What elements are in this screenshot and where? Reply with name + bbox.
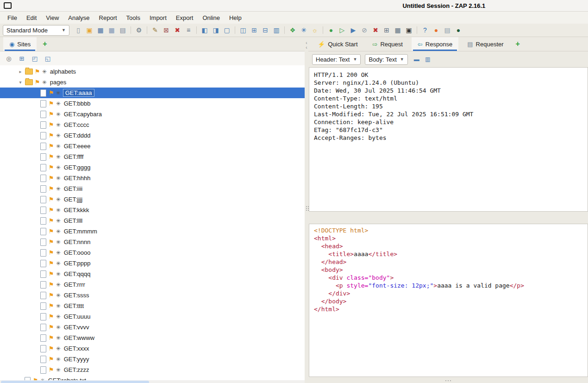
layout-full-button[interactable]: ▢ — [222, 25, 232, 35]
tree-item-get-iiii[interactable]: ⚑✳GET:iiii — [0, 183, 305, 194]
table-button[interactable]: ▦ — [393, 25, 403, 35]
tree-item-get-wwww[interactable]: ⚑✳GET:wwww — [0, 333, 305, 343]
header-view-select[interactable]: Header: Text ▼ — [312, 54, 361, 65]
tree-item-get-gggg[interactable]: ⚑✳GET:gggg — [0, 162, 305, 173]
layout-left-button[interactable]: ◧ — [200, 25, 210, 35]
tab-requester[interactable]: ▤Requester — [461, 37, 509, 51]
splitter-grip[interactable] — [445, 380, 446, 381]
tree-item-get-jjjj[interactable]: ⚑✳GET:jjjj — [0, 194, 305, 205]
tree-item-get-yyyy[interactable]: ⚑✳GET:yyyy — [0, 354, 305, 364]
screenshot-button[interactable]: ▣ — [404, 25, 414, 35]
tree-item-get-tttt[interactable]: ⚑✳GET:tttt — [0, 301, 305, 311]
panel-grid-button[interactable]: ⊞ — [249, 25, 259, 35]
tree-item-get-bbbb[interactable]: ⚑✳GET:bbbb — [0, 98, 305, 109]
break-delete-button[interactable]: ✖ — [370, 25, 381, 35]
tree-item-get-eeee[interactable]: ⚑✳GET:eeee — [0, 141, 305, 151]
tree-item-get-oooo[interactable]: ⚑✳GET:oooo — [0, 247, 305, 258]
target-scope-button[interactable]: ◎ — [5, 54, 13, 63]
tab-request[interactable]: ⇨Request — [367, 37, 409, 51]
menu-item-view[interactable]: View — [41, 13, 63, 23]
tree-item-get-mmmm[interactable]: ⚑✳GET:mmmm — [0, 226, 305, 237]
collapse-arrow-icon[interactable]: ▾ — [17, 80, 24, 85]
bottom-splitter[interactable] — [308, 377, 588, 383]
layout-tabs-button[interactable]: ◫ — [238, 25, 248, 35]
tree-item-get-aaaa[interactable]: ⚑✳GET:aaaa — [0, 88, 305, 98]
menu-item-export[interactable]: Export — [171, 13, 198, 23]
mode-select[interactable]: Standard Mode ▼ — [3, 25, 69, 36]
menu-item-tools[interactable]: Tools — [122, 13, 145, 23]
online-globe-button[interactable]: ● — [453, 25, 463, 35]
new-session-button[interactable]: ▯ — [73, 25, 83, 35]
tree-item-get-qqqq[interactable]: ⚑✳GET:qqqq — [0, 269, 305, 279]
menu-item-analyse[interactable]: Analyse — [63, 13, 94, 23]
record-circle-button[interactable]: ● — [326, 25, 336, 35]
tree-item-get-dddd[interactable]: ⚑✳GET:dddd — [0, 130, 305, 141]
splitter-grip[interactable] — [306, 206, 307, 207]
step-arrow-button[interactable]: ▷ — [337, 25, 347, 35]
tree-item-get-ffff[interactable]: ⚑✳GET:ffff — [0, 151, 305, 162]
menu-item-edit[interactable]: Edit — [22, 13, 41, 23]
panel-columns-button[interactable]: ▥ — [271, 25, 281, 35]
open-session-button[interactable]: ▣ — [84, 25, 94, 35]
tab-response[interactable]: ⇦Response — [412, 37, 458, 51]
tree-item-get-cccc[interactable]: ⚑✳GET:cccc — [0, 119, 305, 130]
help-button[interactable]: ? — [420, 25, 430, 35]
scrollbar-thumb[interactable] — [1, 381, 149, 383]
tree-item-get-capybara[interactable]: ⚑✳GET:capybara — [0, 109, 305, 119]
tree-item-get-kkkk[interactable]: ⚑✳GET:kkkk — [0, 205, 305, 215]
horizontal-splitter[interactable] — [308, 212, 588, 224]
table-add-button[interactable]: ⊞ — [382, 25, 392, 35]
add-tab-button[interactable]: + — [38, 37, 51, 51]
panel-rows-button[interactable]: ⊟ — [260, 25, 270, 35]
response-body-pane[interactable]: <!DOCTYPE html><html> <head> <title>aaaa… — [309, 224, 588, 377]
tree-item-get-hhhh[interactable]: ⚑✳GET:hhhh — [0, 173, 305, 183]
tree-folder-alphabets[interactable]: ▸⚑✳alphabets — [0, 66, 305, 77]
tree-item-get-ssss[interactable]: ⚑✳GET:ssss — [0, 290, 305, 301]
pause-button[interactable]: ⊘ — [359, 25, 369, 35]
play-button[interactable]: ▶ — [348, 25, 358, 35]
export-context-button[interactable]: ◱ — [44, 54, 52, 63]
sites-tree[interactable]: ▸⚑✳alphabets▾⚑✳pages⚑✳GET:aaaa⚑✳GET:bbbb… — [0, 65, 305, 380]
menu-item-help[interactable]: Help — [225, 13, 246, 23]
create-context-button[interactable]: ⊞ — [18, 54, 26, 63]
menu-item-report[interactable]: Report — [94, 13, 122, 23]
tree-item-get-vvvv[interactable]: ⚑✳GET:vvvv — [0, 322, 305, 333]
collapse-left-icon[interactable]: ‹ — [306, 41, 307, 45]
report-button[interactable]: ▤ — [442, 25, 452, 35]
tree-item-get-zzzz[interactable]: ⚑✳GET:zzzz — [0, 364, 305, 375]
body-view-select[interactable]: Body: Text ▼ — [365, 54, 407, 65]
page-delete-button[interactable]: ✖ — [172, 25, 182, 35]
spider-button[interactable]: ✳ — [299, 25, 309, 35]
options-gear-button[interactable]: ⚙ — [134, 25, 144, 35]
lightbulb-button[interactable]: ☼ — [310, 25, 320, 35]
tree-item-get-xxxx[interactable]: ⚑✳GET:xxxx — [0, 343, 305, 354]
response-header-pane[interactable]: HTTP/1.1 200 OKServer: nginx/1.24.0 (Ubu… — [309, 67, 588, 212]
collapse-left-icon[interactable]: ‹ — [306, 45, 307, 50]
combined-view-button[interactable]: ▬ — [412, 55, 421, 64]
stamp-button[interactable]: ⊠ — [161, 25, 171, 35]
tree-item-get-llll[interactable]: ⚑✳GET:llll — [0, 215, 305, 226]
tab-quick-start[interactable]: ⚡Quick Start — [312, 37, 364, 51]
tree-item-get-robots-txt[interactable]: ⚑✳GET:robots.txt — [0, 375, 305, 380]
document-pencil-button[interactable]: ✎ — [150, 25, 160, 35]
vertical-splitter[interactable]: ‹ ‹ — [305, 37, 308, 383]
menu-item-file[interactable]: File — [3, 13, 22, 23]
tab-sites[interactable]: ◉Sites — [3, 37, 37, 51]
firefox-button[interactable]: ● — [431, 25, 441, 35]
text-size-button[interactable]: ≡ — [183, 25, 194, 35]
horizontal-scrollbar[interactable] — [0, 380, 305, 383]
expand-arrow-icon[interactable]: ▸ — [17, 69, 24, 74]
tree-item-get-uuuu[interactable]: ⚑✳GET:uuuu — [0, 311, 305, 322]
menu-item-online[interactable]: Online — [198, 13, 225, 23]
session-properties-button[interactable]: ▤ — [118, 25, 128, 35]
snapshot-session-button[interactable]: ▦ — [106, 25, 117, 35]
add-tab-button[interactable]: + — [511, 37, 525, 51]
layout-right-button[interactable]: ◨ — [211, 25, 221, 35]
tree-item-get-rrrr[interactable]: ⚑✳GET:rrrr — [0, 279, 305, 290]
import-context-button[interactable]: ◰ — [31, 54, 39, 63]
tree-item-get-nnnn[interactable]: ⚑✳GET:nnnn — [0, 237, 305, 247]
split-view-button[interactable]: ▥ — [423, 55, 432, 64]
tree-folder-pages[interactable]: ▾⚑✳pages — [0, 77, 305, 88]
tree-item-get-pppp[interactable]: ⚑✳GET:pppp — [0, 258, 305, 269]
persist-session-button[interactable]: ▦ — [95, 25, 106, 35]
